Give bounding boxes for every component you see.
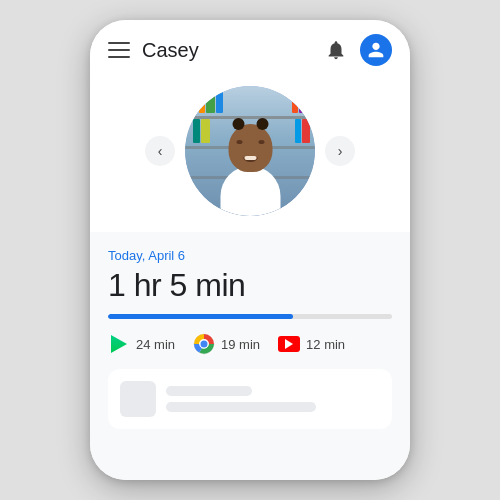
progress-bar-fill: [108, 314, 293, 319]
app-usage-row: 24 min: [108, 333, 392, 355]
top-bar: Casey: [90, 20, 410, 76]
account-svg: [365, 39, 387, 61]
total-screen-time: 1 hr 5 min: [108, 267, 392, 304]
placeholder-text-short: [166, 386, 252, 396]
next-avatar-button[interactable]: ›: [325, 136, 355, 166]
chrome-icon: [193, 333, 215, 355]
youtube-time: 12 min: [306, 337, 345, 352]
app-usage-youtube: 12 min: [278, 333, 345, 355]
avatar-section: ‹: [90, 76, 410, 232]
play-store-icon: [108, 333, 130, 355]
svg-point-4: [201, 341, 208, 348]
progress-bar: [108, 314, 392, 319]
bottom-card: [108, 369, 392, 429]
card-row-1: [120, 381, 380, 417]
bell-icon[interactable]: [322, 36, 350, 64]
account-icon[interactable]: [360, 34, 392, 66]
date-label: Today, April 6: [108, 248, 392, 263]
placeholder-text-medium: [166, 402, 316, 412]
youtube-icon: [278, 333, 300, 355]
prev-avatar-button[interactable]: ‹: [145, 136, 175, 166]
svg-marker-0: [111, 335, 127, 353]
child-head: [228, 124, 272, 172]
placeholder-icon: [120, 381, 156, 417]
app-usage-play: 24 min: [108, 333, 175, 355]
avatar: [185, 86, 315, 216]
avatar-portrait: [185, 86, 315, 216]
menu-icon[interactable]: [108, 42, 130, 58]
chrome-time: 19 min: [221, 337, 260, 352]
child-figure: [213, 124, 288, 216]
child-body: [220, 166, 280, 216]
phone-frame: Casey ‹: [90, 20, 410, 480]
play-time: 24 min: [136, 337, 175, 352]
content-area: Today, April 6 1 hr 5 min: [90, 232, 410, 480]
page-title: Casey: [142, 39, 322, 62]
app-usage-chrome: 19 min: [193, 333, 260, 355]
bell-svg: [325, 39, 347, 61]
